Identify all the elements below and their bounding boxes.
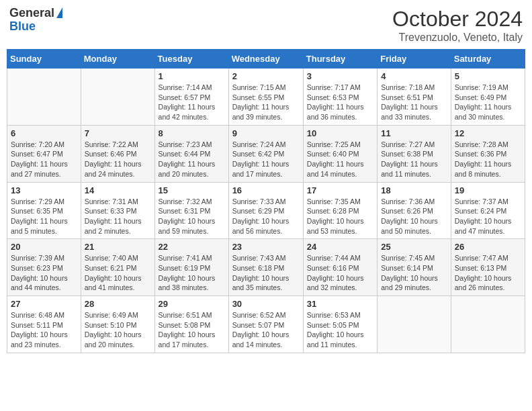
day-cell: 18Sunrise: 7:36 AM Sunset: 6:26 PM Dayli… [378, 182, 451, 239]
week-row-1: 6Sunrise: 7:20 AM Sunset: 6:47 PM Daylig… [7, 125, 525, 182]
day-info: Sunrise: 6:53 AM Sunset: 5:05 PM Dayligh… [307, 310, 373, 350]
day-cell: 17Sunrise: 7:35 AM Sunset: 6:28 PM Dayli… [303, 182, 377, 239]
day-info: Sunrise: 7:18 AM Sunset: 6:51 PM Dayligh… [381, 83, 447, 122]
header-thursday: Thursday [303, 50, 377, 68]
logo-icon [56, 7, 62, 18]
day-info: Sunrise: 7:29 AM Sunset: 6:35 PM Dayligh… [11, 197, 77, 236]
day-info: Sunrise: 7:39 AM Sunset: 6:23 PM Dayligh… [11, 253, 77, 293]
week-row-2: 13Sunrise: 7:29 AM Sunset: 6:35 PM Dayli… [7, 182, 525, 239]
day-info: Sunrise: 7:23 AM Sunset: 6:44 PM Dayligh… [159, 140, 225, 179]
logo-blue: Blue [9, 20, 36, 34]
day-cell: 13Sunrise: 7:29 AM Sunset: 6:35 PM Dayli… [7, 182, 81, 239]
month-title: October 2024 [392, 7, 523, 32]
day-number: 7 [85, 128, 151, 138]
day-number: 16 [232, 185, 300, 195]
day-number: 15 [159, 185, 225, 195]
day-cell: 19Sunrise: 7:37 AM Sunset: 6:24 PM Dayli… [451, 182, 525, 239]
day-info: Sunrise: 7:31 AM Sunset: 6:33 PM Dayligh… [85, 197, 151, 236]
day-info: Sunrise: 7:20 AM Sunset: 6:47 PM Dayligh… [11, 140, 77, 179]
week-row-4: 27Sunrise: 6:48 AM Sunset: 5:11 PM Dayli… [7, 296, 525, 353]
day-number: 28 [85, 299, 151, 309]
day-cell: 21Sunrise: 7:40 AM Sunset: 6:21 PM Dayli… [81, 239, 154, 296]
day-cell: 3Sunrise: 7:17 AM Sunset: 6:53 PM Daylig… [303, 68, 377, 126]
day-number: 6 [11, 128, 77, 138]
day-info: Sunrise: 6:51 AM Sunset: 5:08 PM Dayligh… [159, 310, 225, 350]
day-info: Sunrise: 7:43 AM Sunset: 6:18 PM Dayligh… [232, 253, 300, 293]
day-cell [378, 296, 451, 353]
day-cell: 7Sunrise: 7:22 AM Sunset: 6:46 PM Daylig… [81, 125, 154, 182]
day-cell: 6Sunrise: 7:20 AM Sunset: 6:47 PM Daylig… [7, 125, 81, 182]
logo-general: General [9, 7, 54, 20]
day-number: 12 [455, 128, 521, 138]
day-cell: 22Sunrise: 7:41 AM Sunset: 6:19 PM Dayli… [154, 239, 228, 296]
day-number: 13 [11, 185, 77, 195]
day-cell: 26Sunrise: 7:47 AM Sunset: 6:13 PM Dayli… [451, 239, 525, 296]
header-monday: Monday [81, 50, 154, 68]
day-info: Sunrise: 7:14 AM Sunset: 6:57 PM Dayligh… [159, 83, 225, 122]
day-info: Sunrise: 7:45 AM Sunset: 6:14 PM Dayligh… [381, 253, 447, 293]
day-info: Sunrise: 6:52 AM Sunset: 5:07 PM Dayligh… [232, 310, 300, 350]
calendar-table: SundayMondayTuesdayWednesdayThursdayFrid… [7, 49, 525, 353]
day-number: 11 [381, 128, 447, 138]
day-cell: 31Sunrise: 6:53 AM Sunset: 5:05 PM Dayli… [303, 296, 377, 353]
header-tuesday: Tuesday [154, 50, 228, 68]
day-number: 20 [11, 242, 77, 252]
day-info: Sunrise: 7:44 AM Sunset: 6:16 PM Dayligh… [307, 253, 373, 293]
day-number: 26 [455, 242, 521, 252]
day-info: Sunrise: 7:17 AM Sunset: 6:53 PM Dayligh… [307, 83, 373, 122]
day-number: 10 [307, 128, 373, 138]
day-number: 14 [85, 185, 151, 195]
day-info: Sunrise: 7:27 AM Sunset: 6:38 PM Dayligh… [381, 140, 447, 179]
day-cell: 1Sunrise: 7:14 AM Sunset: 6:57 PM Daylig… [154, 68, 228, 126]
day-cell: 24Sunrise: 7:44 AM Sunset: 6:16 PM Dayli… [303, 239, 377, 296]
day-info: Sunrise: 7:35 AM Sunset: 6:28 PM Dayligh… [307, 197, 373, 236]
day-info: Sunrise: 7:15 AM Sunset: 6:55 PM Dayligh… [232, 83, 300, 122]
day-info: Sunrise: 7:22 AM Sunset: 6:46 PM Dayligh… [85, 140, 151, 179]
day-cell: 9Sunrise: 7:24 AM Sunset: 6:42 PM Daylig… [228, 125, 303, 182]
day-number: 19 [455, 185, 521, 195]
day-number: 21 [85, 242, 151, 252]
day-number: 17 [307, 185, 373, 195]
location-title: Trevenzuolo, Veneto, Italy [392, 32, 523, 44]
day-cell: 12Sunrise: 7:28 AM Sunset: 6:36 PM Dayli… [451, 125, 525, 182]
day-number: 1 [159, 71, 225, 81]
title-section: October 2024 Trevenzuolo, Veneto, Italy [392, 7, 523, 44]
day-info: Sunrise: 6:49 AM Sunset: 5:10 PM Dayligh… [85, 310, 151, 350]
day-info: Sunrise: 7:36 AM Sunset: 6:26 PM Dayligh… [381, 197, 447, 236]
day-info: Sunrise: 7:41 AM Sunset: 6:19 PM Dayligh… [159, 253, 225, 293]
day-info: Sunrise: 7:25 AM Sunset: 6:40 PM Dayligh… [307, 140, 373, 179]
day-info: Sunrise: 7:19 AM Sunset: 6:49 PM Dayligh… [455, 83, 521, 122]
day-cell: 25Sunrise: 7:45 AM Sunset: 6:14 PM Dayli… [378, 239, 451, 296]
day-number: 8 [159, 128, 225, 138]
day-number: 18 [381, 185, 447, 195]
day-info: Sunrise: 7:28 AM Sunset: 6:36 PM Dayligh… [455, 140, 521, 179]
day-cell: 30Sunrise: 6:52 AM Sunset: 5:07 PM Dayli… [228, 296, 303, 353]
day-number: 3 [307, 71, 373, 81]
day-number: 31 [307, 299, 373, 309]
day-number: 4 [381, 71, 447, 81]
day-cell: 4Sunrise: 7:18 AM Sunset: 6:51 PM Daylig… [378, 68, 451, 126]
day-cell: 23Sunrise: 7:43 AM Sunset: 6:18 PM Dayli… [228, 239, 303, 296]
day-cell: 11Sunrise: 7:27 AM Sunset: 6:38 PM Dayli… [378, 125, 451, 182]
day-cell: 28Sunrise: 6:49 AM Sunset: 5:10 PM Dayli… [81, 296, 154, 353]
day-number: 23 [232, 242, 300, 252]
header-row: SundayMondayTuesdayWednesdayThursdayFrid… [7, 50, 525, 68]
day-info: Sunrise: 7:40 AM Sunset: 6:21 PM Dayligh… [85, 253, 151, 293]
header-friday: Friday [378, 50, 451, 68]
day-cell: 16Sunrise: 7:33 AM Sunset: 6:29 PM Dayli… [228, 182, 303, 239]
day-number: 29 [159, 299, 225, 309]
week-row-0: 1Sunrise: 7:14 AM Sunset: 6:57 PM Daylig… [7, 68, 525, 126]
day-number: 24 [307, 242, 373, 252]
day-cell [7, 68, 81, 126]
day-info: Sunrise: 7:47 AM Sunset: 6:13 PM Dayligh… [455, 253, 521, 293]
day-cell [451, 296, 525, 353]
day-number: 27 [11, 299, 77, 309]
day-cell: 2Sunrise: 7:15 AM Sunset: 6:55 PM Daylig… [228, 68, 303, 126]
day-info: Sunrise: 7:37 AM Sunset: 6:24 PM Dayligh… [455, 197, 521, 236]
day-info: Sunrise: 7:24 AM Sunset: 6:42 PM Dayligh… [232, 140, 300, 179]
day-number: 25 [381, 242, 447, 252]
day-info: Sunrise: 6:48 AM Sunset: 5:11 PM Dayligh… [11, 310, 77, 350]
day-cell [81, 68, 154, 126]
day-number: 5 [455, 71, 521, 81]
header-sunday: Sunday [7, 50, 81, 68]
